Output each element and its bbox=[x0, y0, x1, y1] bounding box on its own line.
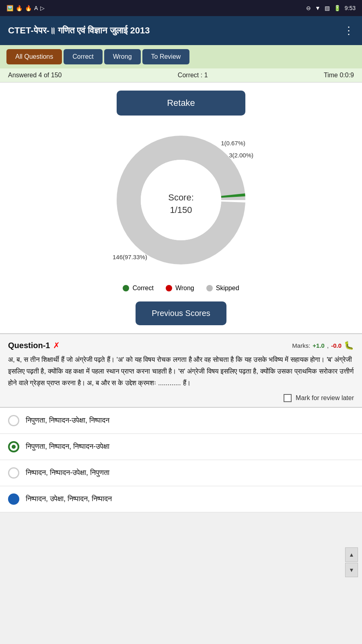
question-marks: Marks: +1.0, -0.0 🐛 bbox=[292, 341, 354, 350]
play-icon: ▷ bbox=[40, 5, 45, 11]
image-icon: 🖼️ bbox=[6, 5, 13, 11]
tab-correct[interactable]: Correct bbox=[64, 49, 102, 64]
fire-icon-1: 🔥 bbox=[16, 5, 23, 11]
tab-bar: All Questions Correct Wrong To Review bbox=[0, 45, 362, 68]
a-icon: A bbox=[34, 5, 38, 11]
radio-2[interactable] bbox=[8, 441, 19, 452]
scroll-buttons: ▲ ▼ bbox=[345, 547, 358, 577]
mark-plus: +1.0 bbox=[313, 342, 325, 349]
correct-legend-label: Correct bbox=[132, 285, 153, 292]
option-4[interactable]: निष्पादन, उपेक्षा, निष्पादन, निष्पादन bbox=[0, 486, 362, 512]
wifi-icon: ▼ bbox=[315, 5, 321, 11]
retake-button[interactable]: Retake bbox=[117, 91, 245, 116]
chart-center-text: Score: 1/150 bbox=[168, 192, 194, 217]
radio-3[interactable] bbox=[8, 467, 19, 479]
option-3-text: निष्पादन, निष्पादन-उपेक्षा, निपुणता bbox=[26, 469, 109, 477]
question-number: Question-1 bbox=[8, 341, 50, 350]
chart-label-wrong: 3(2.00%) bbox=[229, 152, 253, 159]
menu-icon[interactable]: ⋮ bbox=[343, 25, 354, 37]
option-1[interactable]: निपुणता, निष्पादन-उपेक्षा, निष्पादन bbox=[0, 408, 362, 434]
donut-chart: 1(0.67%) 3(2.00%) 146(97.33%) Score: 1/1… bbox=[101, 128, 261, 281]
time-display: Time 0:0:9 bbox=[324, 72, 354, 79]
mark-review-row: Mark for review later bbox=[8, 394, 354, 402]
status-bar: 🖼️ 🔥 🔥 A ▷ ⊖ ▼ ▧ 🔋 9:53 bbox=[0, 0, 362, 16]
radio-4[interactable] bbox=[8, 493, 19, 505]
chart-label-correct: 1(0.67%) bbox=[221, 140, 245, 147]
question-section: Question-1 ✗ Marks: +1.0, -0.0 🐛 अ, ब, स… bbox=[0, 333, 362, 407]
battery-icon: 🔋 bbox=[334, 5, 341, 11]
main-content: Retake 1(0.67%) 3(2.00%) 146(97.33%) Sco… bbox=[0, 83, 362, 333]
header: CTET-पेपर-॥ गणित एवं विज्ञान जुलाई 2013 … bbox=[0, 16, 362, 45]
tab-wrong[interactable]: Wrong bbox=[104, 49, 141, 64]
status-icons: 🖼️ 🔥 🔥 A ▷ bbox=[6, 5, 45, 11]
clock: 9:53 bbox=[345, 5, 356, 11]
correct-count: Correct : 1 bbox=[178, 72, 208, 79]
option-4-text: निष्पादन, उपेक्षा, निष्पादन, निष्पादन bbox=[26, 495, 112, 503]
wrong-indicator: ✗ bbox=[53, 341, 60, 350]
question-body: अ, ब, स तीन शिक्षार्थी हैं जो अंग्रेजी प… bbox=[8, 354, 354, 389]
mark-review-label: Mark for review later bbox=[296, 394, 354, 402]
wrong-legend-label: Wrong bbox=[175, 285, 194, 292]
chart-legend: Correct Wrong Skipped bbox=[123, 285, 239, 292]
skipped-legend-label: Skipped bbox=[216, 285, 239, 292]
score-value: 1/150 bbox=[170, 205, 192, 215]
tab-to-review[interactable]: To Review bbox=[142, 49, 190, 64]
option-1-text: निपुणता, निष्पादन-उपेक्षा, निष्पादन bbox=[26, 416, 109, 425]
wrong-dot bbox=[166, 285, 172, 291]
question-header: Question-1 ✗ Marks: +1.0, -0.0 🐛 bbox=[8, 341, 354, 350]
stats-bar: Answered 4 of 150 Correct : 1 Time 0:0:9 bbox=[0, 68, 362, 83]
app-title: CTET-पेपर-॥ गणित एवं विज्ञान जुलाई 2013 bbox=[8, 25, 150, 36]
correct-dot bbox=[123, 285, 129, 291]
mark-review-checkbox[interactable] bbox=[284, 394, 292, 402]
previous-scores-button[interactable]: Previous Scores bbox=[136, 301, 226, 325]
radio-1[interactable] bbox=[8, 415, 19, 426]
scroll-up-button[interactable]: ▲ bbox=[345, 547, 358, 562]
scroll-down-button[interactable]: ▼ bbox=[345, 563, 358, 577]
option-2[interactable]: निपुणता, निष्पादन, निष्पादन-उपेक्षा bbox=[0, 434, 362, 460]
marks-label: Marks: bbox=[292, 342, 310, 349]
status-right: ⊖ ▼ ▧ 🔋 9:53 bbox=[306, 5, 356, 11]
legend-skipped: Skipped bbox=[206, 285, 239, 292]
question-title-row: Question-1 ✗ bbox=[8, 341, 60, 350]
tab-all-questions[interactable]: All Questions bbox=[6, 49, 62, 64]
legend-wrong: Wrong bbox=[166, 285, 194, 292]
signal-icon: ⊖ bbox=[306, 5, 311, 11]
sim-icon: ▧ bbox=[325, 5, 330, 11]
skipped-dot bbox=[206, 285, 213, 291]
option-3[interactable]: निष्पादन, निष्पादन-उपेक्षा, निपुणता bbox=[0, 460, 362, 486]
options-list: निपुणता, निष्पादन-उपेक्षा, निष्पादन निपु… bbox=[0, 407, 362, 512]
chart-label-skipped: 146(97.33%) bbox=[113, 254, 147, 260]
legend-correct: Correct bbox=[123, 285, 153, 292]
mark-minus: -0.0 bbox=[331, 342, 341, 349]
answered-count: Answered 4 of 150 bbox=[8, 72, 62, 79]
score-label: Score: bbox=[168, 192, 194, 202]
option-2-text: निपुणता, निष्पादन, निष्पादन-उपेक्षा bbox=[26, 442, 109, 451]
fire-icon-2: 🔥 bbox=[25, 5, 32, 11]
bug-icon: 🐛 bbox=[344, 341, 354, 350]
